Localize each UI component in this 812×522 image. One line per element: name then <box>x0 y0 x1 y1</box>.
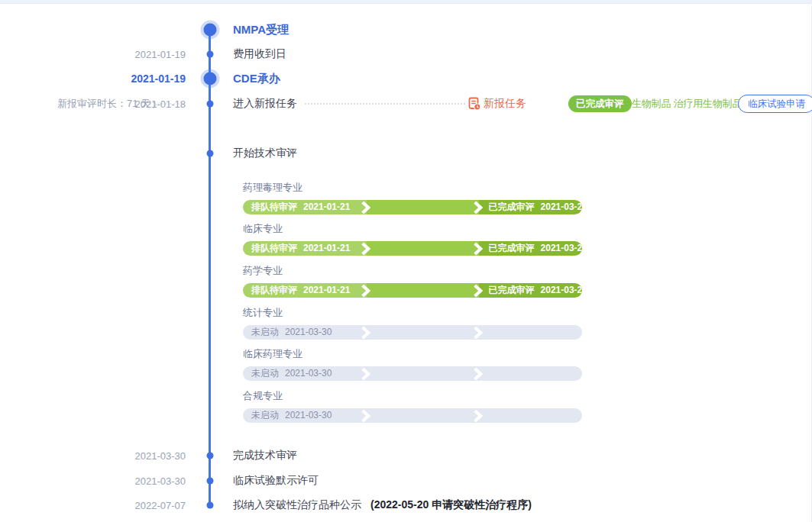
event-label: CDE承办 <box>233 72 280 86</box>
event-note: (2022-05-20 申请突破性治疗程序) <box>370 498 532 511</box>
timeline-dot <box>206 478 213 485</box>
chevron-separator-icon <box>361 409 370 422</box>
bar-done-status: 已完成审评2021-03-22 <box>489 200 582 214</box>
product-category-label: 生物制品 治疗用生物制品 <box>632 97 742 111</box>
chevron-separator-icon <box>473 326 483 339</box>
chevron-separator-icon <box>473 367 483 380</box>
chevron-separator-icon <box>473 409 483 422</box>
specialty-progress-bar: 未启动2021-03-30 <box>243 366 582 381</box>
event-date: 2022-07-07 <box>94 500 186 511</box>
new-task-link[interactable]: 新报任务 <box>467 97 526 111</box>
bar-queue-status: 排队待审评2021-01-21 <box>251 283 350 298</box>
bar-segment-review <box>367 283 479 298</box>
application-type-badge: 临床试验申请 <box>738 95 812 113</box>
dotted-connector <box>305 103 465 105</box>
chevron-separator-icon <box>473 284 483 297</box>
bar-done-status: 已完成审评2021-03-22 <box>489 241 582 256</box>
bar-queue-status: 未启动2021-03-30 <box>251 408 332 423</box>
event-date: 2021-03-30 <box>94 450 186 462</box>
chevron-separator-icon <box>473 201 483 214</box>
event-date: 2021-01-19 <box>94 49 186 60</box>
timeline-dot <box>206 150 213 157</box>
bar-segment-review <box>367 241 479 256</box>
chevron-separator-icon <box>361 326 370 339</box>
event-label: 开始技术审评 <box>233 147 297 160</box>
timeline-dot <box>206 502 213 509</box>
event-label: NMPA受理 <box>233 23 289 37</box>
timeline-dot <box>206 101 213 108</box>
bar-done-status: 已完成审评2021-03-25 <box>489 283 582 298</box>
chevron-separator-icon <box>361 201 370 214</box>
specialty-label: 药理毒理专业 <box>243 181 302 195</box>
specialty-progress-bar: 排队待审评2021-01-21 已完成审评2021-03-22 <box>243 200 582 214</box>
specialty-label: 合规专业 <box>243 389 283 403</box>
new-task-label: 新报任务 <box>484 97 526 111</box>
chevron-separator-icon <box>361 284 370 297</box>
specialty-label: 临床药理专业 <box>243 347 302 361</box>
timeline-dot-major <box>203 72 216 85</box>
event-label: 临床试验默示许可 <box>233 474 319 488</box>
bar-queue-status: 未启动2021-03-30 <box>251 366 332 381</box>
event-label: 费用收到日 <box>233 47 286 61</box>
specialty-label: 药学专业 <box>243 264 283 278</box>
bar-queue-status: 排队待审评2021-01-21 <box>251 241 350 256</box>
review-timeline-page: NMPA受理 2021-01-19 费用收到日 2021-01-19 CDE承办… <box>0 0 812 522</box>
bar-queue-status: 未启动2021-03-30 <box>251 325 332 340</box>
timeline-dot-major <box>203 24 216 37</box>
specialty-progress-bar: 排队待审评2021-01-21 已完成审评2021-03-22 <box>243 241 582 256</box>
bar-queue-status: 排队待审评2021-01-21 <box>251 200 350 214</box>
task-document-icon <box>467 97 481 111</box>
event-label: 拟纳入突破性治疗品种公示(2022-05-20 申请突破性治疗程序) <box>233 498 532 512</box>
top-strip <box>0 0 811 4</box>
specialty-progress-bar: 未启动2021-03-30 <box>243 408 582 423</box>
event-date: 2021-01-18 <box>94 98 186 110</box>
chevron-separator-icon <box>473 242 483 255</box>
review-status-badge: 已完成审评 <box>568 95 632 112</box>
event-date: 2021-01-19 <box>94 72 186 85</box>
chevron-separator-icon <box>361 367 370 380</box>
event-date: 2021-03-30 <box>94 475 186 487</box>
chevron-separator-icon <box>361 242 370 255</box>
specialty-progress-bar: 排队待审评2021-01-21 已完成审评2021-03-25 <box>243 283 582 298</box>
timeline-dot <box>206 453 213 459</box>
specialty-label: 统计专业 <box>243 306 283 320</box>
timeline-dot <box>206 51 213 58</box>
event-label: 进入新报任务 <box>233 97 297 111</box>
bar-segment-review <box>367 200 479 214</box>
event-label: 完成技术审评 <box>233 449 297 462</box>
specialty-progress-bar: 未启动2021-03-30 <box>243 325 582 340</box>
specialty-label: 临床专业 <box>243 222 283 236</box>
